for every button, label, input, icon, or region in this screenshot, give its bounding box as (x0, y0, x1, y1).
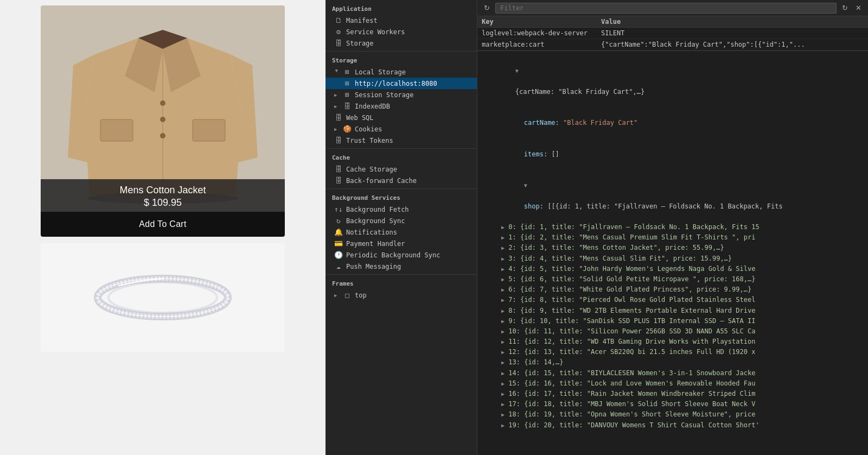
svg-point-11 (98, 279, 228, 317)
json-item-triangle[interactable]: ▶ (501, 297, 505, 303)
clear-filter-button[interactable]: ↻ (840, 3, 850, 13)
json-item-triangle[interactable]: ▶ (501, 256, 505, 262)
json-item-triangle[interactable]: ▶ (501, 328, 505, 334)
sidebar-item-local-storage[interactable]: ▶ ⊞ Local Storage (326, 66, 477, 78)
json-shop-item[interactable]: ▶ 7: {id: 8, title: "Pierced Owl Rose Go… (484, 295, 861, 305)
json-item-triangle[interactable]: ▶ (501, 224, 505, 230)
sidebar-local-storage-label: Local Storage (355, 68, 406, 76)
sidebar-periodic-label: Periodic Background Sync (346, 251, 440, 259)
sidebar-item-manifest[interactable]: 🗋 Manifest (326, 15, 477, 26)
json-shop-item[interactable]: ▶ 16: {id: 17, title: "Rain Jacket Women… (484, 389, 861, 399)
table-row[interactable]: marketplace:cart {"cartName":"Black Frid… (477, 39, 868, 50)
ring-image (81, 254, 244, 341)
json-shop-item[interactable]: ▶ 13: {id: 14,…} (484, 357, 861, 368)
json-items-line: items: [] (484, 139, 861, 170)
sidebar-item-trust-tokens[interactable]: 🗄 Trust Tokens (326, 135, 477, 146)
json-item-triangle[interactable]: ▶ (501, 276, 505, 282)
frames-section-header: Frames (326, 277, 477, 289)
bell-icon: 🔔 (334, 228, 343, 236)
json-shop-item[interactable]: ▶ 10: {id: 11, title: "Silicon Power 256… (484, 326, 861, 337)
json-item-triangle[interactable]: ▶ (501, 422, 505, 428)
svg-rect-3 (193, 119, 225, 141)
json-item-triangle[interactable]: ▶ (501, 349, 505, 355)
db-icon: 🗄 (334, 39, 343, 47)
sidebar-item-bg-fetch[interactable]: ↑↓ Background Fetch (326, 204, 477, 215)
sidebar-item-push-messaging[interactable]: ☁ Push Messaging (326, 261, 477, 272)
table-header: Key Value (477, 16, 868, 28)
json-cart-name-line: cartName: "Black Friday Cart" (484, 108, 861, 139)
json-item-triangle[interactable]: ▶ (501, 412, 505, 418)
json-shop-item[interactable]: ▶ 5: {id: 6, title: "Solid Gold Petite M… (484, 274, 861, 285)
json-shop-item[interactable]: ▶ 18: {id: 19, title: "Opna Women's Shor… (484, 409, 861, 420)
chevron-cookies-icon: ▶ (334, 127, 340, 132)
json-shop-item[interactable]: ▶ 19: {id: 20, title: "DANVOUY Womens T … (484, 420, 861, 431)
sidebar-item-bg-sync[interactable]: ↻ Background Sync (326, 215, 477, 226)
json-shop-item[interactable]: ▶ 11: {id: 12, title: "WD 4TB Gaming Dri… (484, 337, 861, 347)
json-shop-item[interactable]: ▶ 1: {id: 2, title: "Mens Casual Premium… (484, 232, 861, 243)
jacket-add-to-cart-button[interactable]: Add To Cart (41, 212, 285, 237)
cache-section-header: Cache (326, 151, 477, 163)
jacket-price: $ 109.95 (41, 197, 285, 208)
sidebar-item-websql[interactable]: 🗄 Web SQL (326, 112, 477, 123)
sidebar-item-notifications[interactable]: 🔔 Notifications (326, 226, 477, 238)
sidebar-trust-tokens-label: Trust Tokens (346, 137, 393, 144)
divider-3 (326, 188, 477, 189)
json-shop-item[interactable]: ▶ 0: {id: 1, title: "Fjallraven – Foldsa… (484, 222, 861, 232)
json-item-triangle[interactable]: ▶ (501, 308, 505, 314)
json-shop-item[interactable]: ▶ 15: {id: 16, title: "Lock and Love Wom… (484, 378, 861, 389)
json-item-triangle[interactable]: ▶ (501, 287, 505, 293)
svg-point-10 (108, 282, 217, 313)
chevron-indexeddb-icon: ▶ (334, 104, 340, 109)
sidebar-item-cookies[interactable]: ▶ 🍪 Cookies (326, 123, 477, 135)
table-cell-value-1: {"cartName":"Black Friday Cart","shop":[… (601, 41, 864, 48)
sidebar-top-frame-label: top (355, 292, 367, 299)
json-shop-item[interactable]: ▶ 3: {id: 4, title: "Mens Casual Slim Fi… (484, 254, 861, 264)
sidebar-item-cache-storage[interactable]: 🗄 Cache Storage (326, 163, 477, 175)
refresh-button[interactable]: ↻ (482, 3, 492, 13)
db-indexed-icon: 🗄 (343, 102, 352, 110)
close-filter-button[interactable]: ✕ (853, 3, 864, 13)
svg-point-4 (160, 100, 165, 106)
json-shop-item[interactable]: ▶ 14: {id: 15, title: "BIYLACLESEN Women… (484, 368, 861, 378)
sidebar-websql-label: Web SQL (346, 114, 374, 122)
json-item-triangle[interactable]: ▶ (501, 401, 505, 407)
sidebar-item-session-storage[interactable]: ▶ ⊞ Session Storage (326, 89, 477, 100)
json-item-triangle[interactable]: ▶ (501, 266, 505, 272)
filter-input[interactable] (495, 3, 837, 14)
sidebar-item-indexeddb[interactable]: ▶ 🗄 IndexedDB (326, 100, 477, 112)
json-root-triangle[interactable]: ▼ (515, 68, 519, 74)
json-item-triangle[interactable]: ▶ (501, 381, 505, 387)
sidebar-item-service-workers[interactable]: ⚙ Service Workers (326, 26, 477, 37)
json-item-triangle[interactable]: ▶ (501, 391, 505, 397)
json-item-triangle[interactable]: ▶ (501, 245, 505, 251)
storage-section-header: Storage (326, 54, 477, 66)
json-item-triangle[interactable]: ▶ (501, 318, 505, 324)
json-shop-item[interactable]: ▶ 9: {id: 10, title: "SanDisk SSD PLUS 1… (484, 316, 861, 326)
json-shop-item[interactable]: ▶ 4: {id: 5, title: "John Hardy Women's … (484, 264, 861, 274)
json-shop-item[interactable]: ▶ 12: {id: 13, title: "Acer SB220Q bi 21… (484, 347, 861, 357)
json-shop-item[interactable]: ▶ 17: {id: 18, title: "MBJ Women's Solid… (484, 399, 861, 409)
sidebar-service-workers-label: Service Workers (346, 28, 405, 36)
table-sub-icon: ⊞ (343, 79, 352, 87)
table-row[interactable]: loglevel:webpack-dev-server SILENT (477, 28, 868, 39)
json-shop-item[interactable]: ▶ 2: {id: 3, title: "Mens Cotton Jacket"… (484, 243, 861, 253)
sidebar-localhost-label: http://localhost:8080 (355, 80, 437, 87)
json-shop-item[interactable]: ▶ 6: {id: 7, title: "White Gold Plated P… (484, 285, 861, 295)
json-shop-items: ▶ 0: {id: 1, title: "Fjallraven – Foldsa… (484, 222, 861, 431)
bg-services-section-header: Background Services (326, 191, 477, 204)
sidebar-item-storage-app[interactable]: 🗄 Storage (326, 37, 477, 49)
sidebar-item-periodic-bg-sync[interactable]: 🕐 Periodic Background Sync (326, 249, 477, 261)
json-item-triangle[interactable]: ▶ (501, 339, 505, 345)
json-item-triangle[interactable]: ▶ (501, 359, 505, 365)
sidebar-item-top-frame[interactable]: ▶ □ top (326, 289, 477, 301)
sidebar-item-back-forward-cache[interactable]: 🗄 Back-forward Cache (326, 175, 477, 186)
sidebar-bfc-label: Back-forward Cache (346, 177, 417, 185)
json-item-triangle[interactable]: ▶ (501, 370, 505, 376)
json-shop-item[interactable]: ▶ 8: {id: 9, title: "WD 2TB Elements Por… (484, 306, 861, 316)
json-shop-triangle[interactable]: ▼ (524, 182, 527, 188)
sidebar-storage-app-label: Storage (346, 40, 374, 47)
sidebar-item-localhost[interactable]: ⊞ http://localhost:8080 (326, 78, 477, 89)
sidebar-item-payment-handler[interactable]: 💳 Payment Handler (326, 238, 477, 249)
json-item-triangle[interactable]: ▶ (501, 235, 505, 241)
devtools-main-content: ↻ ↻ ✕ Key Value loglevel:webpack-dev-ser… (477, 0, 868, 455)
